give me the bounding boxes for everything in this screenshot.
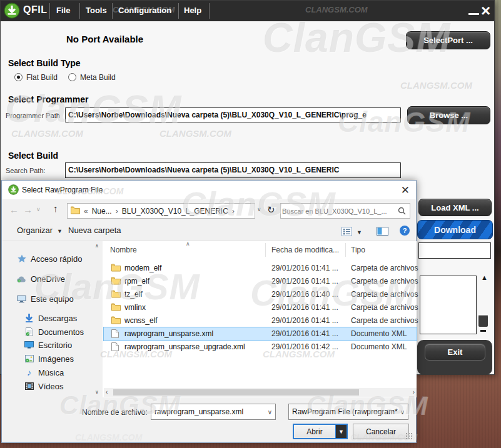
column-header-name[interactable]: Nombre <box>110 246 137 254</box>
file-row[interactable]: vmlinx 29/01/2016 01:41 ... Carpeta de a… <box>104 301 417 314</box>
sidebar-item-videos[interactable]: Vídeos <box>24 380 63 392</box>
new-folder-button[interactable]: Nueva carpeta <box>68 226 121 235</box>
breadcrumb-separator-icon[interactable]: › <box>232 207 235 216</box>
filetype-combobox[interactable]: RawProgram File (rawprogram* ∨ <box>288 404 408 420</box>
sidebar-scrollbar[interactable]: ∧ ∨ <box>93 242 103 398</box>
filename-combobox[interactable]: rawprogram_unsparse.xml ∨ <box>151 404 276 420</box>
scrollbar-thumb[interactable] <box>113 389 359 396</box>
menu-help[interactable]: Help <box>184 6 201 15</box>
refresh-icon[interactable]: ↻ <box>267 204 275 216</box>
resize-grip[interactable] <box>405 432 413 440</box>
browse-button[interactable]: Browse ... <box>407 106 490 124</box>
sidebar-item-onedrive[interactable]: OneDrive <box>17 272 65 285</box>
menu-separator <box>178 3 179 19</box>
menu-tools[interactable]: Tools <box>86 6 107 15</box>
column-header-date[interactable]: Fecha de modifica... <box>271 246 339 254</box>
dialog-titlebar: Select RawProgram File ✕ <box>2 181 416 199</box>
exit-button[interactable]: Exit <box>425 344 485 361</box>
scroll-up-icon[interactable]: ▲ <box>481 274 488 281</box>
sidebar-item-label: Música <box>38 368 64 377</box>
file-name: tz_elf <box>124 290 143 299</box>
menu-configuration[interactable]: Configuration <box>118 6 171 15</box>
sidebar-item-music[interactable]: ♪ Música <box>24 366 64 379</box>
scrollbar-thumb[interactable] <box>478 315 488 327</box>
search-input[interactable] <box>282 204 395 217</box>
file-row[interactable]: rpm_elf 29/01/2016 01:41 ... Carpeta de … <box>104 275 417 288</box>
column-header-type[interactable]: Tipo <box>351 246 365 254</box>
sidebar-item-quick-access[interactable]: Acceso rápido <box>17 252 82 265</box>
sidebar-item-this-pc[interactable]: Este equipo <box>17 292 74 305</box>
column-divider[interactable] <box>265 243 266 257</box>
load-xml-button[interactable]: Load XML ... <box>418 199 492 216</box>
select-port-button[interactable]: SelectPort ... <box>406 31 490 49</box>
menu-separator <box>112 3 113 19</box>
search-path-field[interactable]: C:\Users\Norbe\Downloads\Nueva carpeta (… <box>65 162 401 178</box>
menu-file[interactable]: File <box>56 6 70 15</box>
chevron-down-icon[interactable]: ∨ <box>400 409 405 416</box>
download-button[interactable]: Download <box>417 220 493 239</box>
chevron-down-icon[interactable]: ∨ <box>268 409 272 416</box>
flat-build-radio[interactable] <box>14 73 23 81</box>
search-box <box>280 203 410 219</box>
scroll-down-icon[interactable] <box>480 330 486 332</box>
file-row[interactable]: rawprogram_unsparse_upgrade.xml 29/01/20… <box>104 341 417 354</box>
meta-build-radio[interactable] <box>68 73 76 81</box>
dialog-title: Select RawProgram File <box>22 186 103 194</box>
file-date: 29/01/2016 01:41 ... <box>271 303 338 312</box>
scroll-down-icon[interactable]: ∨ <box>95 389 99 395</box>
sidebar-item-pictures[interactable]: Imágenes <box>24 352 74 365</box>
breadcrumb-separator-icon[interactable]: › <box>116 207 118 216</box>
scroll-right-icon[interactable]: › <box>413 389 415 396</box>
breadcrumb-item[interactable]: BLU_X030Q_V10_L_GENERIC <box>122 207 228 216</box>
qfil-logo-icon <box>4 2 20 21</box>
help-icon[interactable]: ? <box>400 226 410 236</box>
history-chevron-icon[interactable]: ∨ <box>36 206 41 212</box>
breadcrumb[interactable]: « Nue... › BLU_X030Q_V10_L_GENERIC › <box>67 203 255 219</box>
breadcrumb-collapsed[interactable]: « <box>84 207 88 216</box>
file-row[interactable]: wcnss_elf 29/01/2016 01:41 ... Carpeta d… <box>104 314 417 327</box>
file-row-selected[interactable]: rawprogram_unsparse.xml 29/01/2016 01:41… <box>104 327 417 341</box>
scroll-up-icon[interactable]: ∧ <box>95 243 99 249</box>
file-name: vmlinx <box>124 303 146 312</box>
sidebar-item-desktop[interactable]: Escritorio <box>24 339 72 351</box>
file-type: Carpeta de archivos <box>351 290 418 299</box>
breadcrumb-item[interactable]: Nue... <box>92 207 112 216</box>
sidebar-item-downloads[interactable]: Descargas <box>24 312 77 324</box>
programmer-path-field[interactable]: C:\Users\Norbe\Downloads\Nueva carpeta (… <box>65 107 401 122</box>
forward-icon[interactable]: → <box>23 204 33 215</box>
search-icon[interactable] <box>398 207 406 217</box>
column-divider[interactable] <box>345 243 346 257</box>
app-title: QFIL <box>23 4 47 16</box>
dialog-icon <box>8 184 19 197</box>
open-button-label[interactable]: Abrir <box>294 425 335 438</box>
address-dropdown-icon[interactable]: ∨ <box>257 206 261 212</box>
organize-dropdown-icon[interactable]: ▼ <box>57 228 63 234</box>
view-list-icon[interactable] <box>342 227 352 238</box>
file-row[interactable]: modem_elf 29/01/2016 01:41 ... Carpeta d… <box>104 262 417 275</box>
port-status: No Port Available <box>66 34 143 44</box>
sidebar-item-label: Vídeos <box>38 382 63 391</box>
open-dropdown-icon[interactable]: ▼ <box>335 425 347 438</box>
select-rawprogram-dialog: Select RawProgram File ✕ ← → ∨ ↑ « Nue..… <box>1 180 417 443</box>
file-name: rpm_elf <box>124 277 149 286</box>
scroll-left-icon[interactable]: ‹ <box>106 389 108 396</box>
titlebar: QFIL File Tools Configuration Help × <box>1 1 494 21</box>
sidebar-item-documents[interactable]: Documentos <box>24 326 84 338</box>
open-button[interactable]: Abrir ▼ <box>293 424 348 439</box>
dialog-close-icon[interactable]: ✕ <box>401 184 410 197</box>
cancel-button[interactable]: Cancelar <box>353 424 409 439</box>
horizontal-scrollbar[interactable]: ‹ › <box>104 388 417 397</box>
sidebar-item-label: Escritorio <box>38 341 72 350</box>
back-icon[interactable]: ← <box>9 204 19 215</box>
up-icon[interactable]: ↑ <box>53 203 58 214</box>
file-row[interactable]: tz_elf 29/01/2016 01:40 ... Carpeta de a… <box>104 288 417 301</box>
minimize-icon[interactable] <box>468 13 479 15</box>
log-listbox[interactable] <box>420 276 477 334</box>
organize-menu[interactable]: Organizar <box>17 226 53 235</box>
preview-pane-icon[interactable] <box>377 227 388 237</box>
meta-build-label: Meta Build <box>80 73 116 82</box>
view-dropdown-icon[interactable]: ▼ <box>357 229 362 236</box>
close-icon[interactable]: × <box>481 1 490 21</box>
filename-value: rawprogram_unsparse.xml <box>154 407 243 416</box>
download-icon <box>24 314 34 323</box>
